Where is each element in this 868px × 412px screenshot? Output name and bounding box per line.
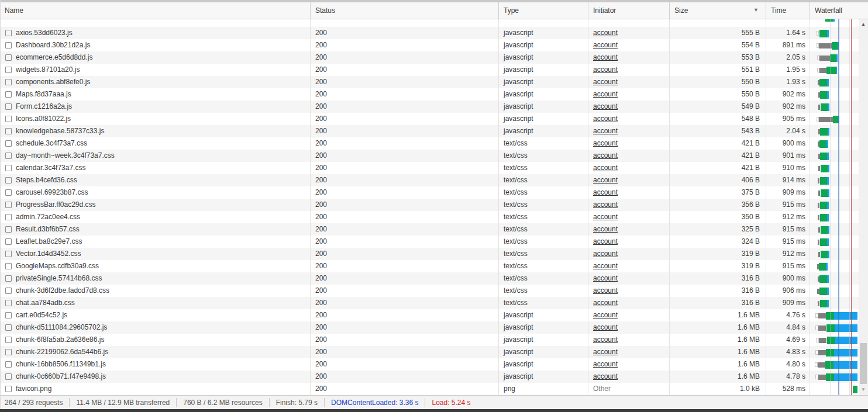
request-name[interactable]: day~month~week.3c4f73a7.css — [16, 150, 115, 162]
file-icon[interactable] — [5, 324, 12, 331]
initiator-link[interactable]: account — [593, 151, 618, 160]
table-row[interactable]: widgets.87101a20.js200javascriptaccount5… — [0, 64, 868, 76]
file-icon[interactable] — [5, 165, 12, 171]
request-name[interactable]: carousel.69923b87.css — [16, 186, 88, 199]
request-name[interactable]: Leaflet.ba8c29e7.css — [16, 236, 82, 248]
request-name[interactable]: schedule.3c4f73a7.css — [16, 137, 87, 150]
table-row[interactable]: components.abf8efe0.js200javascriptaccou… — [0, 76, 868, 88]
table-row[interactable]: chunk-0c660b71.f47e9498.js200javascripta… — [0, 371, 868, 383]
table-row[interactable]: Form.c1216a2a.js200javascriptaccount549 … — [0, 101, 868, 113]
table-row[interactable]: schedule.3c4f73a7.css200text/cssaccount4… — [0, 137, 868, 150]
file-icon[interactable] — [5, 300, 12, 306]
table-row[interactable]: chat.aa784adb.css200text/cssaccount316 B… — [0, 297, 868, 309]
initiator-link[interactable]: account — [593, 250, 618, 258]
request-name[interactable]: chunk-6f8fa5ab.2a636e86.js — [16, 334, 104, 346]
file-icon[interactable] — [5, 91, 12, 98]
table-row[interactable]: privateSingle.57414b68.css200text/cssacc… — [0, 272, 868, 285]
table-row[interactable]: cart.e0d54c52.js200javascriptaccount1.6 … — [0, 309, 868, 321]
request-name[interactable]: cart.e0d54c52.js — [16, 309, 67, 321]
initiator-link[interactable]: account — [593, 200, 618, 209]
file-icon[interactable] — [5, 373, 12, 380]
initiator-link[interactable]: account — [593, 262, 618, 270]
request-name[interactable]: calendar.3c4f73a7.css — [16, 162, 85, 174]
file-icon[interactable] — [5, 361, 12, 368]
initiator-link[interactable]: account — [593, 53, 618, 61]
table-row[interactable]: day~month~week.3c4f73a7.css200text/cssac… — [0, 150, 868, 162]
request-name[interactable]: Form.c1216a2a.js — [16, 101, 72, 113]
column-header-status[interactable]: Status — [311, 2, 499, 19]
request-name[interactable]: ecommerce.e5d6d8dd.js — [16, 51, 92, 64]
initiator-link[interactable]: account — [593, 372, 618, 380]
initiator-link[interactable]: account — [593, 102, 618, 110]
file-icon[interactable] — [5, 263, 12, 269]
file-icon[interactable] — [5, 251, 12, 257]
table-row[interactable]: GoogleMaps.cdfb30a9.css200text/cssaccoun… — [0, 260, 868, 272]
file-icon[interactable] — [5, 103, 12, 110]
scroll-up-icon[interactable]: ▲ — [859, 20, 868, 29]
initiator-link[interactable]: account — [593, 90, 618, 98]
table-row[interactable]: ecommerce.e5d6d8dd.js200javascriptaccoun… — [0, 51, 868, 64]
table-row[interactable]: Vector.1d4d3452.css200text/cssaccount319… — [0, 248, 868, 260]
table-row[interactable]: chunk-6f8fa5ab.2a636e86.js200javascripta… — [0, 334, 868, 346]
request-name[interactable]: chunk-16bb8506.f11349b1.js — [16, 358, 106, 371]
initiator-link[interactable]: account — [593, 78, 618, 86]
file-icon[interactable] — [5, 54, 12, 61]
file-icon[interactable] — [5, 153, 12, 159]
file-icon[interactable] — [5, 128, 12, 134]
table-row[interactable]: chunk-3d6f2dbe.fadcd7d8.css200text/cssac… — [0, 285, 868, 297]
table-row[interactable]: knowledgebase.58737c33.js200javascriptac… — [0, 125, 868, 137]
request-name[interactable]: chunk-0c660b71.f47e9498.js — [16, 371, 106, 383]
vertical-scrollbar[interactable]: ▲ ▼ — [859, 19, 868, 395]
file-icon[interactable] — [5, 140, 12, 147]
request-name[interactable]: knowledgebase.58737c33.js — [16, 125, 104, 137]
file-icon[interactable] — [5, 67, 12, 73]
request-name[interactable]: widgets.87101a20.js — [16, 64, 80, 76]
initiator-link[interactable]: account — [593, 29, 618, 37]
table-row[interactable]: carousel.69923b87.css200text/cssaccount3… — [0, 186, 868, 199]
table-row[interactable]: Result.d3bf6b57.css200text/cssaccount325… — [0, 223, 868, 236]
request-name[interactable]: Vector.1d4d3452.css — [16, 248, 81, 260]
file-icon[interactable] — [5, 214, 12, 220]
column-header-waterfall[interactable]: Waterfall — [810, 2, 868, 19]
request-name[interactable]: chunk-3d6f2dbe.fadcd7d8.css — [16, 285, 109, 297]
initiator-link[interactable]: account — [593, 286, 618, 295]
table-row[interactable]: favicon.png200pngOther1.0 kB528 ms — [0, 383, 868, 395]
request-name[interactable]: components.abf8efe0.js — [16, 76, 90, 88]
file-icon[interactable] — [5, 79, 12, 85]
file-icon[interactable] — [5, 202, 12, 208]
file-icon[interactable] — [5, 116, 12, 122]
file-icon[interactable] — [5, 337, 12, 343]
initiator-link[interactable]: account — [593, 139, 618, 147]
initiator-link[interactable]: account — [593, 225, 618, 233]
column-header-size[interactable]: Size ▼ — [670, 2, 766, 19]
table-row[interactable]: chunk-16bb8506.f11349b1.js200javascripta… — [0, 358, 868, 371]
initiator-link[interactable]: account — [593, 237, 618, 245]
initiator-link[interactable]: account — [593, 311, 618, 319]
initiator-link[interactable]: account — [593, 164, 618, 172]
file-icon[interactable] — [5, 238, 12, 245]
request-name[interactable]: Steps.b4cefd36.css — [16, 174, 77, 186]
table-row[interactable]: axios.53dd6023.js200javascriptaccount555… — [0, 27, 868, 39]
request-name[interactable]: chat.aa784adb.css — [16, 297, 75, 309]
file-icon[interactable] — [5, 30, 12, 36]
request-name[interactable]: privateSingle.57414b68.css — [16, 272, 102, 285]
request-name[interactable]: Result.d3bf6b57.css — [16, 223, 80, 236]
column-header-time[interactable]: Time — [766, 2, 810, 19]
column-header-name[interactable]: Name — [0, 2, 311, 19]
column-header-initiator[interactable]: Initiator — [588, 2, 670, 19]
request-name[interactable]: chunk-22199062.6da544b6.js — [16, 346, 108, 358]
table-row-partial[interactable] — [0, 19, 868, 27]
request-name[interactable]: Icons.a0f81022.js — [16, 113, 71, 125]
file-icon[interactable] — [5, 189, 12, 196]
table-row[interactable]: Dashboard.30b21d2a.js200javascriptaccoun… — [0, 39, 868, 51]
table-row[interactable]: ProgressBar.ff0ac29d.css200text/cssaccou… — [0, 199, 868, 211]
table-row[interactable]: calendar.3c4f73a7.css200text/cssaccount4… — [0, 162, 868, 174]
initiator-link[interactable]: account — [593, 127, 618, 135]
initiator-link[interactable]: account — [593, 348, 618, 356]
initiator-link[interactable]: account — [593, 360, 618, 368]
file-icon[interactable] — [5, 42, 12, 49]
request-name[interactable]: chunk-d5111084.29605702.js — [16, 321, 107, 334]
column-header-type[interactable]: Type — [499, 2, 588, 19]
scrollbar-thumb[interactable] — [860, 343, 867, 384]
request-name[interactable]: favicon.png — [16, 383, 51, 395]
